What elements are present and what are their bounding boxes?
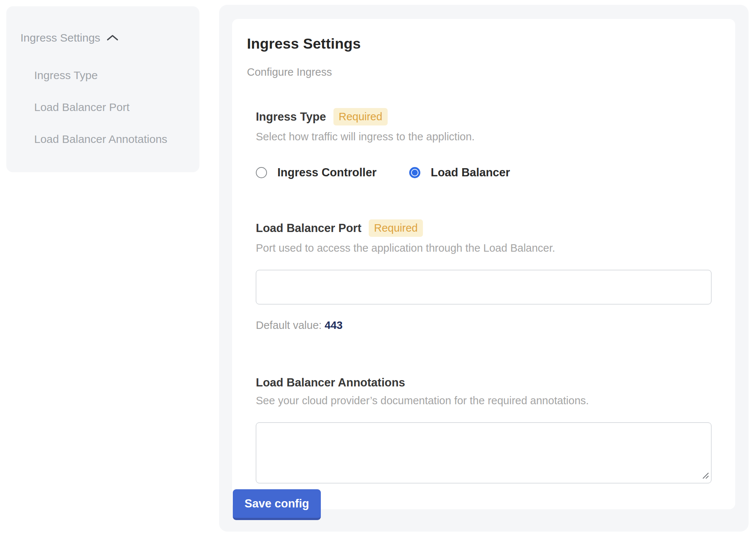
- sidebar-item-ingress-type[interactable]: Ingress Type: [34, 65, 179, 86]
- ingress-type-description: Select how traffic will ingress to the a…: [256, 131, 711, 143]
- lb-port-label: Load Balancer Port: [256, 222, 361, 235]
- required-badge: Required: [369, 219, 423, 237]
- sidebar-item-load-balancer-port[interactable]: Load Balancer Port: [34, 97, 179, 118]
- lb-annotations-textarea-wrap: [256, 422, 711, 483]
- radio-load-balancer-label: Load Balancer: [431, 166, 510, 179]
- load-balancer-port-input[interactable]: [256, 270, 711, 304]
- resize-handle-icon[interactable]: [701, 471, 710, 481]
- load-balancer-annotations-textarea[interactable]: [256, 422, 711, 483]
- lb-annotations-label: Load Balancer Annotations: [256, 376, 405, 389]
- chevron-up-icon: [106, 34, 119, 42]
- ingress-settings-card: Ingress Settings Configure Ingress Ingre…: [232, 19, 735, 509]
- radio-ingress-controller-label: Ingress Controller: [277, 166, 377, 179]
- section-ingress-type: Ingress Type Required Select how traffic…: [256, 108, 720, 179]
- sidebar-item-list: Ingress Type Load Balancer Port Load Bal…: [34, 65, 183, 150]
- default-value-number: 443: [325, 319, 342, 331]
- radio-selected-icon: [409, 167, 420, 178]
- section-load-balancer-port: Load Balancer Port Required Port used to…: [256, 219, 720, 331]
- ingress-type-radio-group: Ingress Controller Load Balancer: [256, 166, 711, 179]
- save-config-button[interactable]: Save config: [233, 489, 321, 520]
- default-value-label: Default value:: [256, 319, 322, 331]
- lb-port-description: Port used to access the application thro…: [256, 242, 711, 254]
- sidebar-section-label: Ingress Settings: [20, 32, 100, 44]
- required-badge: Required: [333, 108, 388, 125]
- sidebar-item-load-balancer-annotations[interactable]: Load Balancer Annotations: [34, 128, 179, 150]
- lb-annotations-description: See your cloud provider’s documentation …: [256, 395, 711, 407]
- page-subtitle: Configure Ingress: [247, 66, 720, 78]
- ingress-settings-panel: Ingress Settings Configure Ingress Ingre…: [219, 5, 749, 532]
- radio-load-balancer[interactable]: Load Balancer: [409, 166, 510, 179]
- page-title: Ingress Settings: [247, 36, 720, 52]
- settings-sidebar: Ingress Settings Ingress Type Load Balan…: [6, 6, 199, 172]
- sidebar-section-ingress-settings[interactable]: Ingress Settings: [20, 32, 183, 44]
- radio-unselected-icon: [256, 167, 267, 178]
- default-value-line: Default value:443: [256, 319, 711, 331]
- ingress-type-label: Ingress Type: [256, 110, 326, 124]
- section-load-balancer-annotations: Load Balancer Annotations See your cloud…: [256, 376, 720, 483]
- radio-ingress-controller[interactable]: Ingress Controller: [256, 166, 377, 179]
